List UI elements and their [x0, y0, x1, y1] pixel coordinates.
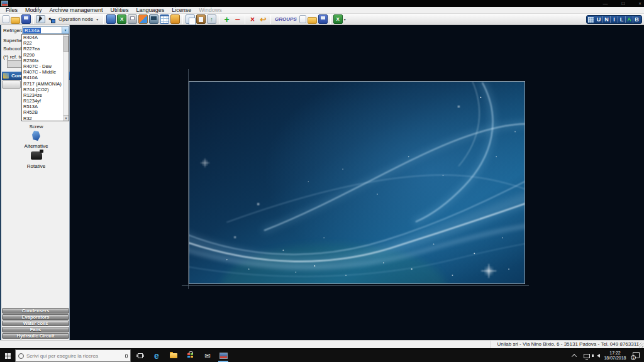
select-cursor-button[interactable] — [36, 15, 45, 23]
excel-export-icon[interactable]: X — [117, 14, 126, 24]
toolbar-separator — [330, 15, 331, 24]
logo-letter: A — [625, 16, 633, 23]
task-view-button[interactable] — [133, 349, 147, 362]
menu-item[interactable]: License — [168, 7, 195, 14]
sidebar-section-bar[interactable]: Fans — [2, 327, 69, 332]
refrigerant-option[interactable]: R717 (AMMONIA) — [22, 81, 69, 87]
refrigerant-option[interactable]: R236fa — [22, 58, 69, 63]
menu-item[interactable]: Utilities — [107, 7, 133, 14]
groups-label: GROUPS — [275, 16, 297, 22]
chevron-down-icon: ▼ — [96, 18, 99, 21]
search-input[interactable] — [26, 353, 123, 359]
groups-new-icon[interactable] — [299, 15, 306, 23]
compressor-type-screw[interactable]: Screw — [1, 124, 71, 129]
toolbar-separator — [182, 15, 183, 24]
microphone-icon[interactable] — [125, 354, 128, 358]
design-grid-icon[interactable] — [138, 14, 148, 24]
cursor-icon — [38, 16, 42, 23]
sidebar-section-bar[interactable]: Evaporators — [2, 314, 69, 320]
report-icon[interactable] — [106, 14, 116, 24]
mail-icon: ✉ — [204, 352, 210, 360]
mail-button[interactable]: ✉ — [201, 349, 214, 362]
refrigerant-option[interactable]: R227ea — [22, 46, 69, 52]
new-file-icon[interactable] — [3, 15, 9, 23]
compressor-type-rotative[interactable]: Rotative — [1, 163, 71, 169]
refrigerant-option[interactable]: R407C - Middle — [22, 69, 69, 75]
compressors-subpanel-button[interactable] — [2, 80, 21, 89]
excel-menu-icon[interactable]: X — [333, 14, 343, 24]
refrigerant-option[interactable]: R410A — [22, 75, 69, 80]
node-select-icon[interactable]: ↖ — [46, 14, 55, 24]
rotative-compressor-icon[interactable] — [31, 151, 42, 160]
upload-icon[interactable]: ↑ — [207, 14, 216, 24]
notification-badge: 1 — [631, 355, 636, 360]
tray-expand-button[interactable] — [567, 349, 581, 362]
maximize-button[interactable]: □ — [621, 0, 625, 7]
refrigerant-option[interactable]: R513A — [22, 104, 69, 109]
action-center-button[interactable]: 1 — [633, 352, 640, 358]
refrigerant-combobox[interactable]: R134a ▼ — [22, 26, 69, 34]
copy-icon[interactable] — [186, 14, 195, 24]
refrigerant-option[interactable]: R407C - Dew — [22, 63, 69, 69]
edge-browser-button[interactable]: e — [150, 349, 164, 362]
refrigerant-option[interactable]: R404A — [22, 35, 69, 40]
paste-icon[interactable] — [196, 14, 206, 24]
dropdown-scrollbar[interactable]: ▼ — [63, 35, 69, 121]
refrigerant-option[interactable]: R22 — [22, 40, 69, 46]
open-file-icon[interactable] — [11, 17, 20, 24]
delete-icon[interactable]: × — [248, 14, 257, 24]
chevron-down-icon[interactable]: ▼ — [343, 18, 347, 21]
scrollbar-down-arrow[interactable]: ▼ — [64, 115, 69, 121]
close-button[interactable]: × — [638, 0, 641, 7]
exit-icon[interactable] — [170, 14, 180, 24]
refrigerant-option[interactable]: R744 (CO2) — [22, 87, 69, 92]
operation-node-dropdown[interactable]: Operation node ▼ — [56, 16, 101, 22]
monitor-icon[interactable] — [149, 14, 158, 24]
refrigerant-option[interactable]: R290 — [22, 52, 69, 58]
refrigerant-option[interactable]: R452B — [22, 109, 69, 115]
logo-letter: U — [595, 16, 602, 23]
groups-save-icon[interactable] — [318, 14, 328, 24]
save-icon[interactable] — [21, 14, 31, 24]
table-icon[interactable] — [160, 14, 169, 24]
sidebar-sections: CondensersEvaporatorsWater coilsFansHydr… — [2, 308, 69, 339]
refrigerant-option[interactable]: R1234ze — [22, 92, 69, 98]
edge-icon: e — [154, 351, 159, 360]
file-explorer-button[interactable] — [167, 349, 180, 362]
print-icon[interactable] — [128, 14, 137, 24]
logo-grid-icon — [588, 17, 594, 23]
store-button[interactable] — [184, 349, 197, 362]
refrigerant-option[interactable]: R32 — [22, 116, 69, 121]
toolbar-separator — [245, 15, 245, 24]
combobox-dropdown-button[interactable]: ▼ — [62, 27, 69, 33]
add-icon[interactable]: + — [222, 14, 231, 24]
menu-item[interactable]: Languages — [133, 7, 169, 14]
minimize-button[interactable]: — — [602, 0, 608, 7]
unilab-app-button[interactable] — [216, 349, 230, 362]
wallpaper-image — [189, 81, 525, 284]
resize-grip[interactable] — [638, 343, 643, 348]
sidebar-section-bar[interactable]: Condensers — [2, 308, 69, 314]
start-button[interactable] — [0, 349, 15, 362]
toolbar-separator — [270, 15, 271, 24]
alternative-compressor-icon[interactable] — [32, 131, 40, 141]
scrollbar-thumb[interactable] — [64, 36, 69, 52]
sidebar-section-bar[interactable]: Water coils — [2, 321, 69, 326]
taskbar-search[interactable] — [15, 349, 131, 362]
clock-time: 17:22 — [601, 351, 630, 356]
remove-icon[interactable]: − — [233, 14, 242, 24]
volume-icon — [597, 354, 600, 358]
menu-item[interactable]: Archive management — [46, 7, 107, 14]
groups-open-icon[interactable] — [308, 17, 317, 24]
menu-item[interactable]: Files — [2, 7, 21, 14]
logo-letter: N — [602, 16, 610, 23]
undo-icon[interactable]: ↩ — [258, 14, 268, 24]
compressor-type-alternative[interactable]: Alternative — [1, 143, 71, 149]
refrigerant-option[interactable]: R1234yf — [22, 98, 69, 104]
taskbar-clock[interactable]: 17:22 18/07/2018 — [601, 351, 630, 361]
menu-item[interactable]: Modify — [21, 7, 46, 14]
store-icon — [187, 353, 194, 359]
cortana-icon — [18, 353, 24, 359]
sidebar-section-bar[interactable]: Hydraulic Circuit — [2, 333, 69, 339]
menu-item[interactable]: Windows — [195, 7, 226, 14]
